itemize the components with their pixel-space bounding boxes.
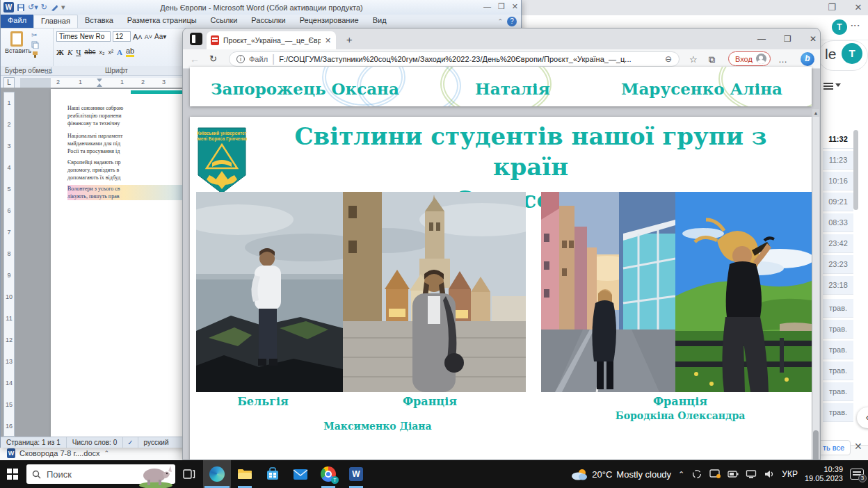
tab-close-icon[interactable]: ✕ — [325, 36, 331, 45]
list-scrollbar[interactable] — [853, 130, 858, 210]
tray-network-icon[interactable] — [746, 469, 757, 479]
vertical-ruler[interactable]: 12345678910111213141516 — [3, 92, 15, 437]
mail-row[interactable]: 23:42 — [823, 234, 853, 253]
new-tab-button[interactable]: ＋ — [344, 34, 354, 47]
tab-home[interactable]: Главная — [33, 15, 78, 28]
collapse-ribbon-icon[interactable]: ⌃ — [497, 18, 503, 25]
tab-file[interactable]: Файл — [1, 15, 33, 28]
highlight-color-icon[interactable]: ab — [126, 47, 134, 57]
mail-row[interactable]: 10:16 — [823, 172, 853, 190]
superscript-button[interactable]: x² — [108, 49, 113, 56]
redo-icon[interactable]: ↻ — [41, 3, 47, 12]
help-icon[interactable]: ? — [507, 17, 517, 26]
close-shelf-icon[interactable]: ✕ — [854, 441, 862, 452]
paste-button[interactable]: Вставить — [5, 31, 29, 64]
collapse-panel-button[interactable]: ‹ — [857, 407, 868, 428]
tab-insert[interactable]: Вставка — [78, 15, 120, 28]
mail-row[interactable]: трав. — [823, 341, 853, 359]
workspaces-icon[interactable] — [190, 33, 202, 45]
tray-sync-icon[interactable] — [691, 469, 702, 479]
notification-center-icon[interactable]: 3 — [850, 469, 864, 480]
font-name-select[interactable]: Times New Ro — [56, 31, 111, 42]
horizontal-ruler[interactable]: 2 1 1 2 3 — [20, 78, 183, 88]
cut-icon[interactable]: ✂ — [31, 31, 39, 39]
save-icon[interactable] — [17, 3, 25, 12]
chrome-close-button[interactable]: ✕ — [853, 2, 864, 13]
mail-row[interactable]: 23:18 — [823, 276, 853, 295]
edge-minimize-button[interactable]: — — [757, 34, 766, 44]
taskbar-weather[interactable]: 20°C Mostly cloudy — [571, 469, 671, 480]
draw-table-icon[interactable] — [50, 3, 58, 12]
pdf-viewer[interactable]: Запорожець Оксана Наталія Марусенко Алін… — [183, 69, 821, 460]
status-word-count[interactable]: Число слов: 0 — [67, 437, 123, 448]
word-close-button[interactable]: ✕ — [512, 2, 518, 11]
spellcheck-icon[interactable]: ✓ — [123, 439, 137, 446]
taskbar-app-mail[interactable] — [287, 460, 314, 488]
mail-row[interactable]: 11:23 — [823, 151, 853, 170]
taskbar-app-store[interactable] — [259, 460, 287, 488]
text-effects-icon[interactable]: A — [117, 48, 122, 56]
customize-qat-icon[interactable]: ▾ — [61, 3, 65, 12]
tab-mailings[interactable]: Рассылки — [244, 15, 292, 28]
word-maximize-button[interactable]: ❒ — [498, 2, 505, 11]
status-language[interactable]: русский — [138, 437, 175, 448]
refresh-icon[interactable]: ↻ — [209, 54, 217, 64]
status-page-count[interactable]: Страница: 1 из 1 — [1, 437, 67, 448]
tab-review[interactable]: Рецензирование — [293, 15, 366, 28]
chrome-menu-icon[interactable]: ⋮ — [850, 21, 861, 31]
account-avatar[interactable]: T — [842, 43, 862, 64]
edge-maximize-button[interactable]: ❒ — [784, 34, 791, 44]
address-bar[interactable]: i Файл | F:/СОЦГУМ/Заступники%20соц%20гу… — [229, 51, 680, 67]
mail-row[interactable]: трав. — [823, 382, 853, 401]
taskbar-app-edge[interactable] — [203, 460, 231, 488]
language-indicator[interactable]: УКР — [782, 469, 798, 479]
indent-marker[interactable] — [97, 79, 103, 87]
subscript-button[interactable]: x₂ — [99, 49, 104, 56]
mail-row[interactable]: 23:23 — [823, 255, 853, 274]
tab-stop-selector[interactable]: L — [3, 77, 15, 88]
grow-font-icon[interactable]: A˄ — [133, 33, 143, 41]
underline-button[interactable]: Ч — [76, 48, 81, 56]
task-view-button[interactable] — [175, 460, 203, 488]
taskbar-app-chrome[interactable]: T — [314, 460, 342, 488]
chrome-restore-button[interactable]: ❐ — [826, 2, 837, 13]
bing-icon[interactable]: b — [801, 52, 814, 66]
mail-row[interactable]: 08:33 — [823, 213, 853, 232]
page-info-icon[interactable]: i — [236, 55, 245, 63]
edge-close-button[interactable]: ✕ — [810, 34, 817, 44]
undo-icon[interactable]: ↺▾ — [28, 3, 38, 12]
mail-row[interactable]: трав. — [823, 320, 853, 339]
tray-volume-icon[interactable] — [764, 469, 775, 479]
show-all-downloads-button[interactable]: ть все — [817, 440, 851, 455]
tray-overflow-icon[interactable]: ⌃ — [678, 470, 684, 479]
mail-row[interactable]: 11:32 — [823, 130, 853, 149]
mail-row[interactable]: 09:21 — [823, 193, 853, 211]
search-highlight-rhino-icon[interactable] — [138, 460, 174, 488]
taskbar-search-input[interactable]: Поиск — [26, 464, 175, 484]
taskbar-app-word[interactable]: W — [342, 460, 370, 488]
more-options-icon[interactable]: … — [778, 54, 787, 65]
bold-button[interactable]: Ж — [56, 48, 64, 56]
mail-row[interactable]: трав. — [823, 299, 853, 318]
favorites-icon[interactable]: ☆ — [689, 54, 698, 65]
mail-row[interactable]: трав. — [823, 361, 853, 380]
zoom-out-icon[interactable]: ⊖ — [665, 54, 672, 64]
mail-row[interactable]: трав. — [823, 403, 853, 422]
italic-button[interactable]: К — [67, 48, 72, 56]
tab-references[interactable]: Ссылки — [204, 15, 245, 28]
scroll-up-icon[interactable]: ▲ — [812, 109, 819, 117]
signin-button[interactable]: Вход — [728, 51, 771, 66]
scrollbar-thumb[interactable] — [813, 430, 819, 460]
tab-page-layout[interactable]: Разметка страницы — [120, 15, 204, 28]
list-sort-caret-icon[interactable] — [835, 83, 841, 87]
font-size-select[interactable]: 12 — [113, 31, 131, 42]
shrink-font-icon[interactable]: A˅ — [145, 33, 152, 40]
word-minimize-button[interactable]: — — [483, 2, 491, 11]
browser-tab[interactable]: Проєкт_«Україна_—_це_Європа ✕ — [207, 31, 336, 49]
chrome-profile-avatar[interactable]: T — [832, 19, 847, 35]
tray-battery-icon[interactable] — [728, 469, 739, 479]
strikethrough-button[interactable]: abc — [84, 48, 95, 56]
chevron-up-icon[interactable]: ⌃ — [104, 450, 110, 457]
taskbar-clock[interactable]: 10:39 19.05.2023 — [805, 465, 843, 483]
back-icon[interactable]: ← — [190, 54, 200, 65]
